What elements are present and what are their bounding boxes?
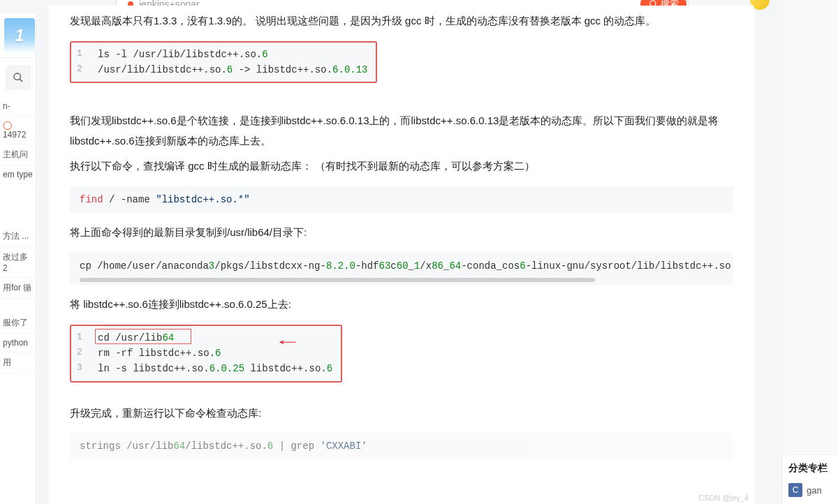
sidebar-item[interactable]: ◯ 14972 bbox=[0, 116, 36, 144]
code-block-3[interactable]: cp /home/user/anaconda3/pkgs/libstdcxx-n… bbox=[70, 253, 733, 285]
category-title: 分类专栏 bbox=[788, 462, 832, 475]
paragraph: 升级完成，重新运行以下命令检查动态库: bbox=[70, 403, 733, 424]
svg-point-2 bbox=[14, 73, 20, 80]
search-icon bbox=[13, 72, 24, 83]
paragraph: 将上面命令得到的最新目录复制到/usr/lib64/目录下: bbox=[70, 223, 733, 243]
promo-card[interactable] bbox=[0, 14, 36, 58]
sidebar-item[interactable]: 用 bbox=[0, 353, 36, 373]
sidebar-item[interactable]: n- bbox=[0, 97, 36, 116]
article-body: 发现最高版本只有1.3.3，没有1.3.9的。 说明出现这些问题，是因为升级 g… bbox=[49, 6, 754, 504]
category-item[interactable]: C gan bbox=[788, 483, 832, 497]
left-sidebar: n- ◯ 14972 主机问 em type 方法 ... 改过多 2 用for… bbox=[0, 14, 36, 504]
watermark: CSDN @jey_4 bbox=[698, 493, 749, 503]
paragraph: 将 libstdc++.so.6连接到libstdc++.so.6.0.25上去… bbox=[70, 295, 733, 315]
category-card: 分类专栏 C gan bbox=[783, 454, 838, 504]
code-block-2[interactable]: find / -name "libstdc++.so.*" bbox=[70, 186, 733, 213]
sidebar-item[interactable]: python bbox=[0, 334, 36, 353]
paragraph: 我们发现libstdc++.so.6是个软连接，是连接到libstdc++.so… bbox=[70, 111, 733, 151]
sidebar-item[interactable]: 服你了 bbox=[0, 313, 36, 334]
horizontal-scrollbar[interactable] bbox=[80, 278, 595, 282]
code-block-5[interactable]: strings /usr/lib64/libstdc++.so.6 | grep… bbox=[70, 433, 733, 459]
local-search-button[interactable] bbox=[6, 65, 31, 90]
svg-line-3 bbox=[20, 79, 22, 82]
sidebar-item[interactable]: 方法 ... bbox=[0, 226, 36, 247]
sidebar-item[interactable]: 用for 循 bbox=[0, 278, 36, 299]
category-thumb: C bbox=[788, 483, 802, 497]
sidebar-item[interactable]: 改过多 2 bbox=[0, 247, 36, 278]
code-block-1[interactable]: 1 2 ls -l /usr/lib/libstdc++.so.6 /usr/l… bbox=[70, 41, 377, 84]
code-block-4[interactable]: 1 2 3 ← cd /usr/lib64 rm -rf libstdc++.s… bbox=[70, 325, 342, 383]
annotation-arrow-icon: ← bbox=[279, 330, 296, 355]
paragraph: 执行以下命令，查找编译 gcc 时生成的最新动态库： （有时找不到最新的动态库，… bbox=[70, 156, 733, 177]
sidebar-item[interactable]: em type bbox=[0, 165, 36, 184]
category-name: gan bbox=[807, 485, 822, 496]
paragraph: 发现最高版本只有1.3.3，没有1.3.9的。 说明出现这些问题，是因为升级 g… bbox=[70, 11, 733, 31]
promo-image bbox=[4, 18, 35, 53]
right-sidebar: 分类专栏 C gan bbox=[782, 0, 838, 504]
sidebar-item[interactable]: 主机问 bbox=[0, 144, 36, 165]
